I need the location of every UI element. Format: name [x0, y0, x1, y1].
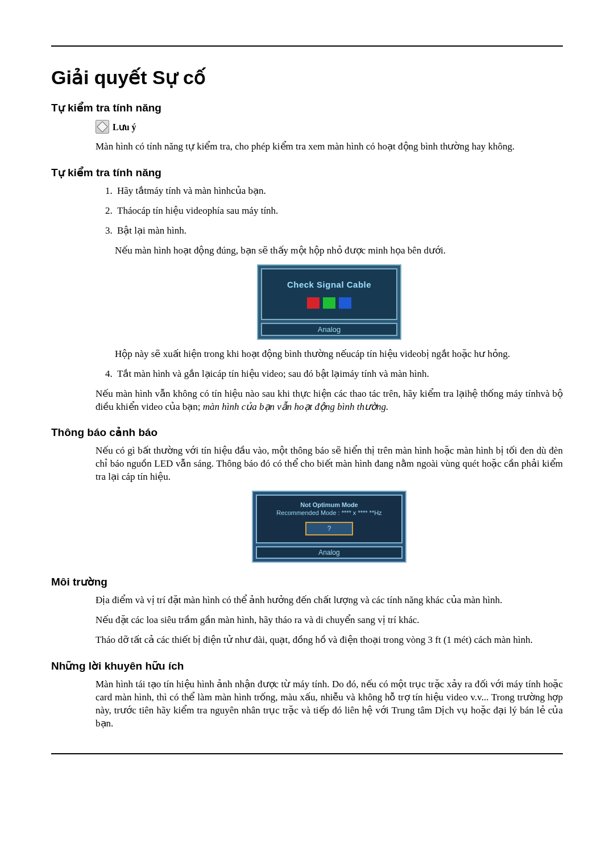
after-step3-text: Nếu màn hình hoạt động đúng, bạn sẽ thấy…	[115, 244, 563, 258]
check-signal-title: Check Signal Cable	[267, 280, 392, 289]
section1-paragraph: Màn hình có tính năng tự kiểm tra, cho p…	[96, 140, 563, 153]
section3-paragraph: Nếu có gì bất thường với tín hiệu đầu và…	[96, 445, 563, 484]
list-item: Tắt màn hình và gắn lạicáp tín hiệu vide…	[115, 368, 563, 381]
list-item: Bật lại màn hình.	[115, 225, 563, 238]
red-square-icon	[307, 297, 320, 309]
not-optimum-footer: Analog	[256, 546, 403, 559]
procedure-list-cont: Tắt màn hình và gắn lạicáp tín hiệu vide…	[96, 368, 563, 381]
not-optimum-panel: Not Optimum Mode Recommended Mode : ****…	[256, 495, 403, 543]
environment-p2: Nếu đặt các loa siêu trầm gần màn hình, …	[96, 614, 563, 627]
bottom-rule	[51, 753, 563, 754]
heading-environment: Môi trường	[51, 575, 563, 588]
list-item: Tháocáp tín hiệu videophía sau máy tính.	[115, 205, 563, 218]
after-box-text: Hộp này sẽ xuất hiện trong khi hoạt động…	[115, 348, 563, 361]
not-optimum-button: ?	[305, 522, 353, 535]
rgb-squares	[267, 297, 392, 309]
section3-content: Nếu có gì bất thường với tín hiệu đầu và…	[96, 445, 563, 563]
check-signal-footer: Analog	[261, 323, 397, 336]
useful-tips-paragraph: Màn hình tái tạo tín hiệu hình ảnh nhận …	[96, 678, 563, 730]
document-page: Giải quyết Sự cố Tự kiểm tra tính năng L…	[0, 0, 614, 868]
check-signal-box: Check Signal Cable Analog	[257, 264, 401, 340]
not-optimum-line1: Not Optimum Mode	[260, 501, 398, 508]
heading-warning-message: Thông báo cảnh báo	[51, 426, 563, 439]
section2-closing: Nếu màn hình vẫn không có tín hiệu nào s…	[96, 388, 563, 414]
list-item: Hãy tắtmáy tính và màn hìnhcủa bạn.	[115, 185, 563, 198]
check-signal-panel: Check Signal Cable	[261, 268, 397, 320]
heading-self-test-feature: Tự kiểm tra tính năng	[51, 101, 563, 114]
top-rule	[51, 45, 563, 47]
not-optimum-box: Not Optimum Mode Recommended Mode : ****…	[252, 491, 406, 563]
green-square-icon	[323, 297, 335, 309]
heading-self-test-procedure: Tự kiểm tra tính năng	[51, 166, 563, 179]
page-title: Giải quyết Sự cố	[51, 66, 563, 89]
environment-p1: Địa điểm và vị trí đặt màn hình có thể ả…	[96, 594, 563, 607]
note-label: Lưu ý	[113, 122, 136, 132]
procedure-list: Hãy tắtmáy tính và màn hìnhcủa bạn. Tháo…	[96, 185, 563, 238]
environment-p3: Tháo dỡ tất cả các thiết bị điện tử như …	[96, 634, 563, 647]
heading-useful-tips: Những lời khuyên hữu ích	[51, 659, 563, 672]
section1-content: Lưu ý Màn hình có tính năng tự kiểm tra,…	[96, 120, 563, 153]
section2-content: Hãy tắtmáy tính và màn hìnhcủa bạn. Tháo…	[96, 185, 563, 414]
closing-text-b: màn hình của bạn vẫn hoạt động bình thườ…	[203, 401, 389, 412]
not-optimum-line2: Recommended Mode : **** x **** **Hz	[260, 509, 398, 516]
blue-square-icon	[339, 297, 351, 309]
note-icon	[96, 120, 109, 134]
note-line: Lưu ý	[96, 120, 563, 134]
section4-content: Địa điểm và vị trí đặt màn hình có thể ả…	[96, 594, 563, 647]
section5-content: Màn hình tái tạo tín hiệu hình ảnh nhận …	[96, 678, 563, 730]
